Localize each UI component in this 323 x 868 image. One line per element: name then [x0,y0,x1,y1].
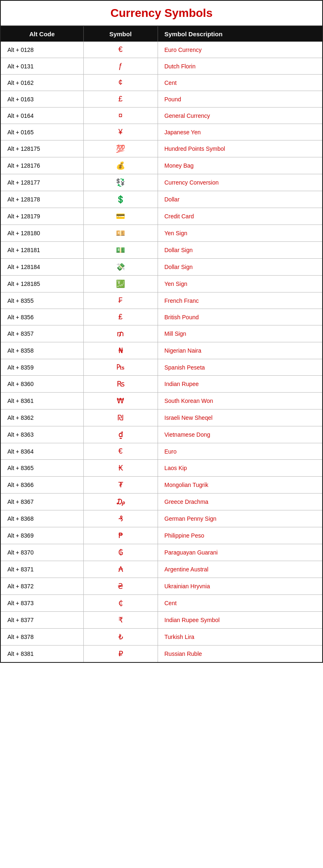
altcode-cell: Alt + 8359 [1,359,83,376]
description-cell: Israeli New Sheqel [158,409,322,426]
symbol-cell: ₭ [83,460,158,477]
table-row: Alt + 8364€Euro [1,443,322,460]
altcode-cell: Alt + 128180 [1,225,83,242]
description-cell: Yen Sign [158,276,322,292]
description-cell: Nigerian Naira [158,342,322,359]
description-cell: Dutch Florin [158,58,322,75]
table-row: Alt + 8358₦Nigerian Naira [1,342,322,359]
description-cell: Argentine Austral [158,561,322,578]
table-row: Alt + 8367₯Greece Drachma [1,494,322,510]
altcode-cell: Alt + 8360 [1,376,83,393]
table-row: Alt + 8372₴Ukrainian Hryvnia [1,578,322,595]
table-row: Alt + 8368₰German Penny Sign [1,510,322,527]
description-cell: Ukrainian Hryvnia [158,578,322,595]
altcode-cell: Alt + 128176 [1,157,83,174]
symbol-cell: ₧ [83,359,158,376]
table-row: Alt + 0128€Euro Currency [1,42,322,58]
table-row: Alt + 128181💵Dollar Sign [1,242,322,259]
table-row: Alt + 8370₲Paraguayan Guarani [1,544,322,561]
description-cell: Cent [158,595,322,612]
symbol-cell: ₤ [83,309,158,325]
altcode-cell: Alt + 128181 [1,242,83,259]
symbol-cell: ₽ [83,646,158,662]
altcode-cell: Alt + 8378 [1,629,83,646]
table-row: Alt + 8365₭Laos Kip [1,460,322,477]
symbol-cell: ƒ [83,58,158,75]
table-row: Alt + 8356₤British Pound [1,309,322,325]
symbol-cell: ₫ [83,426,158,443]
description-cell: Greece Drachma [158,494,322,510]
description-cell: Indian Rupee Symbol [158,612,322,629]
symbol-cell: 💵 [83,242,158,259]
description-cell: Hundred Points Symbol [158,140,322,157]
altcode-cell: Alt + 8357 [1,325,83,342]
header-description: Symbol Description [158,26,322,42]
description-cell: South Korean Won [158,393,322,409]
symbol-cell: 💳 [83,208,158,225]
table-row: Alt + 128179💳Credit Card [1,208,322,225]
altcode-cell: Alt + 8377 [1,612,83,629]
altcode-cell: Alt + 128185 [1,276,83,292]
symbol-cell: ₺ [83,629,158,646]
table-row: Alt + 128180💴Yen Sign [1,225,322,242]
symbol-cell: ₮ [83,477,158,494]
altcode-cell: Alt + 8370 [1,544,83,561]
table-row: Alt + 128184💸Dollar Sign [1,259,322,276]
symbol-cell: ₥ [83,325,158,342]
table-row: Alt + 0131ƒDutch Florin [1,58,322,75]
table-row: Alt + 0162¢Cent [1,75,322,91]
symbol-cell: ₲ [83,544,158,561]
currency-symbols-table: Currency Symbols Alt Code Symbol Symbol … [0,0,323,663]
description-cell: Laos Kip [158,460,322,477]
description-cell: Yen Sign [158,225,322,242]
altcode-cell: Alt + 0128 [1,42,83,58]
table-row: Alt + 8360₨Indian Rupee [1,376,322,393]
symbol-cell: £ [83,91,158,108]
table-row: Alt + 8366₮Mongolian Tugrik [1,477,322,494]
description-cell: Euro [158,443,322,460]
header-altcode: Alt Code [1,26,83,42]
altcode-cell: Alt + 8381 [1,646,83,662]
description-cell: Money Bag [158,157,322,174]
description-cell: Philippine Peso [158,527,322,544]
table-row: Alt + 8362₪Israeli New Sheqel [1,409,322,426]
description-cell: German Penny Sign [158,510,322,527]
description-cell: Mongolian Tugrik [158,477,322,494]
table-row: Alt + 8357₥Mill Sign [1,325,322,342]
symbol-cell: ₹ [83,612,158,629]
symbol-cell: ₵ [83,595,158,612]
description-cell: Dollar Sign [158,242,322,259]
altcode-cell: Alt + 8356 [1,309,83,325]
altcode-cell: Alt + 8369 [1,527,83,544]
altcode-cell: Alt + 128184 [1,259,83,276]
altcode-cell: Alt + 8355 [1,292,83,309]
altcode-cell: Alt + 8358 [1,342,83,359]
description-cell: Pound [158,91,322,108]
altcode-cell: Alt + 0165 [1,124,83,140]
symbol-cell: 💲 [83,191,158,208]
symbol-cell: 💯 [83,140,158,157]
symbol-cell: 💰 [83,157,158,174]
altcode-cell: Alt + 128177 [1,174,83,191]
description-cell: Spanish Peseta [158,359,322,376]
altcode-cell: Alt + 0162 [1,75,83,91]
symbol-cell: ₨ [83,376,158,393]
altcode-cell: Alt + 0131 [1,58,83,75]
symbol-cell: ₦ [83,342,158,359]
table-row: Alt + 8373₵Cent [1,595,322,612]
symbol-cell: ₪ [83,409,158,426]
symbol-cell: 💴 [83,225,158,242]
altcode-cell: Alt + 128175 [1,140,83,157]
symbol-cell: ₩ [83,393,158,409]
altcode-cell: Alt + 128178 [1,191,83,208]
table-row: Alt + 128177💱Currency Conversion [1,174,322,191]
table-row: Alt + 0164¤General Currency [1,108,322,124]
symbol-cell: 💱 [83,174,158,191]
table-row: Alt + 8377₹Indian Rupee Symbol [1,612,322,629]
description-cell: Turkish Lira [158,629,322,646]
table-row: Alt + 8363₫Vietnamese Dong [1,426,322,443]
symbol-cell: ₣ [83,292,158,309]
description-cell: General Currency [158,108,322,124]
symbol-cell: 💹 [83,276,158,292]
table-title: Currency Symbols [1,1,322,26]
